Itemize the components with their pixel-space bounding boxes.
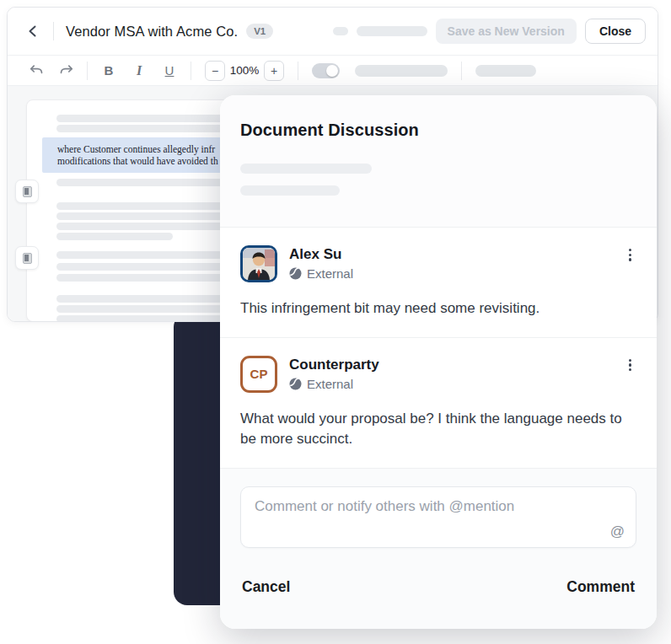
zoom-out-button[interactable]: − xyxy=(205,61,225,81)
mention-icon[interactable]: @ xyxy=(610,523,625,540)
external-badge: External xyxy=(307,266,353,281)
text-skeleton-line xyxy=(56,233,173,240)
close-button[interactable]: Close xyxy=(585,19,646,44)
topbar-skeleton-small xyxy=(333,27,348,35)
version-badge: V1 xyxy=(246,24,273,39)
comment-input[interactable] xyxy=(241,487,636,547)
toolbar-skeleton-1 xyxy=(355,65,448,77)
comment-marker-button[interactable] xyxy=(15,180,39,203)
comment-text: What would your proposal be? I think the… xyxy=(240,409,636,450)
comment-menu-button[interactable] xyxy=(624,245,636,265)
screen: Vendor MSA with Acme Co. V1 Save as New … xyxy=(0,0,671,644)
comment-submit-button[interactable]: Comment xyxy=(565,575,636,599)
undo-icon xyxy=(30,65,44,77)
toolbar-divider xyxy=(298,62,298,80)
toggle-knob xyxy=(326,65,338,77)
save-as-new-version-button[interactable]: Save as New Version xyxy=(436,19,577,44)
bold-button[interactable]: B xyxy=(101,63,116,78)
comment-composer: @ xyxy=(240,486,636,548)
redo-icon xyxy=(59,65,73,77)
toolbar-skeleton-2 xyxy=(475,65,536,77)
header-skeleton-2 xyxy=(240,185,340,196)
toolbar-divider xyxy=(461,62,462,80)
avatar-alex-su xyxy=(240,245,277,282)
panel-title: Document Discussion xyxy=(240,121,636,140)
topbar-divider xyxy=(53,22,54,40)
external-badge: External xyxy=(307,377,353,391)
discussion-panel: Document Discussion xyxy=(220,95,657,629)
document-title: Vendor MSA with Acme Co. xyxy=(66,24,238,40)
discussion-header: Document Discussion xyxy=(220,95,657,228)
alex-su-photo xyxy=(243,248,275,280)
toolbar-divider xyxy=(87,62,88,80)
zoom-in-button[interactable]: + xyxy=(264,61,284,81)
globe-icon xyxy=(289,267,302,280)
chevron-left-icon xyxy=(27,25,39,37)
comment-author: Counterparty xyxy=(289,357,379,373)
globe-icon xyxy=(289,378,302,390)
zoom-level: 100% xyxy=(225,64,264,77)
header-skeleton-1 xyxy=(240,164,372,174)
editor-toolbar: B I U − 100% + xyxy=(8,56,658,86)
topbar-skeleton-large xyxy=(357,26,427,36)
comment-note-icon xyxy=(23,186,32,197)
undo-button[interactable] xyxy=(30,65,44,77)
comment-item: CP Counterparty External What would your… xyxy=(220,338,657,469)
toolbar-divider xyxy=(191,62,191,80)
back-button[interactable] xyxy=(21,19,45,43)
avatar-initials: CP xyxy=(250,367,268,381)
comment-item: Alex Su External This infringement bit m… xyxy=(220,228,657,338)
comment-marker-button[interactable] xyxy=(15,246,39,270)
cancel-button[interactable]: Cancel xyxy=(240,575,292,599)
comment-menu-button[interactable] xyxy=(624,356,636,375)
editor-topbar: Vendor MSA with Acme Co. V1 Save as New … xyxy=(8,8,658,56)
toolbar-toggle[interactable] xyxy=(312,63,340,78)
italic-button[interactable]: I xyxy=(132,63,147,78)
comment-note-icon xyxy=(23,253,32,264)
avatar-counterparty: CP xyxy=(240,356,277,393)
comment-text: This infringement bit may need some revi… xyxy=(240,298,636,319)
comment-author: Alex Su xyxy=(289,246,353,263)
underline-button[interactable]: U xyxy=(162,63,177,78)
comment-composer-section: @ Cancel Comment xyxy=(220,469,657,629)
redo-button[interactable] xyxy=(59,65,73,77)
